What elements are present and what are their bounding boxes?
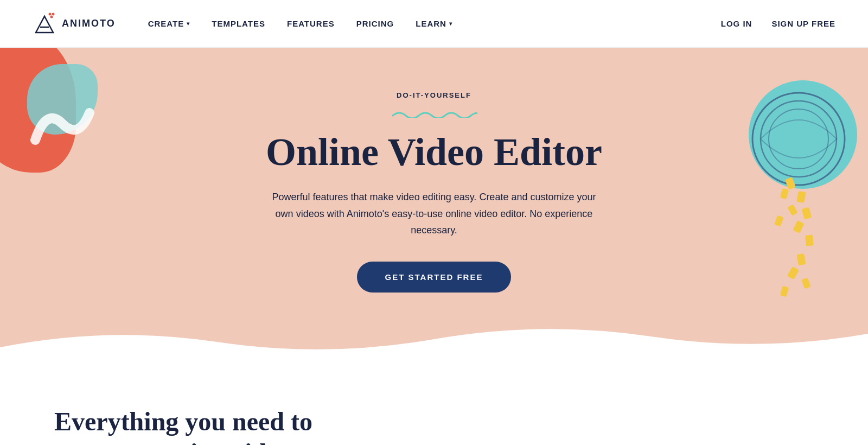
- nav-create[interactable]: CREATE ▾: [148, 19, 190, 28]
- svg-point-6: [761, 101, 837, 177]
- nav-login[interactable]: LOG IN: [721, 19, 752, 28]
- hero-subtitle: Powerful features that make video editin…: [271, 189, 597, 239]
- svg-rect-15: [774, 215, 783, 226]
- nav-right: LOG IN SIGN UP FREE: [721, 19, 835, 28]
- paint-stroke-left: [30, 97, 95, 162]
- nav-signup[interactable]: SIGN UP FREE: [771, 19, 835, 28]
- svg-rect-10: [802, 207, 812, 220]
- get-started-button[interactable]: GET STARTED FREE: [357, 262, 512, 293]
- svg-marker-3: [36, 16, 53, 33]
- logo-wordmark: ANIMOTO: [62, 18, 116, 29]
- svg-rect-16: [796, 253, 806, 265]
- below-hero-section: Everything you need to create stunning v…: [0, 363, 868, 445]
- svg-point-1: [52, 12, 55, 15]
- navigation: ANIMOTO CREATE ▾ TEMPLATES FEATURES PRIC…: [0, 0, 868, 48]
- nav-learn[interactable]: LEARN ▾: [416, 19, 452, 28]
- yellow-dots-decoration: [711, 173, 819, 325]
- logo[interactable]: ANIMOTO: [33, 12, 116, 36]
- svg-point-7: [769, 109, 828, 169]
- svg-point-5: [752, 93, 845, 185]
- svg-point-2: [50, 15, 53, 18]
- svg-rect-14: [787, 204, 797, 216]
- svg-rect-18: [801, 277, 810, 289]
- svg-rect-9: [796, 191, 806, 203]
- nav-features[interactable]: FEATURES: [287, 19, 335, 28]
- learn-chevron-icon: ▾: [449, 21, 452, 27]
- hero-squiggle: [391, 108, 477, 118]
- hero-section: DO-IT-YOURSELF Online Video Editor Power…: [0, 48, 868, 363]
- nav-templates[interactable]: TEMPLATES: [212, 19, 265, 28]
- hero-title: Online Video Editor: [228, 131, 640, 174]
- hero-content: DO-IT-YOURSELF Online Video Editor Power…: [217, 91, 651, 293]
- nav-links: CREATE ▾ TEMPLATES FEATURES PRICING LEAR…: [148, 19, 721, 28]
- animoto-logo-icon: [33, 12, 56, 36]
- svg-rect-12: [805, 234, 814, 246]
- svg-rect-19: [780, 286, 789, 297]
- nav-pricing[interactable]: PRICING: [356, 19, 394, 28]
- svg-rect-17: [787, 266, 799, 279]
- svg-point-0: [49, 12, 52, 15]
- hero-eyebrow: DO-IT-YOURSELF: [228, 91, 640, 99]
- svg-rect-11: [793, 220, 804, 233]
- section-title: Everything you need to create stunning v…: [54, 406, 380, 445]
- svg-rect-8: [785, 177, 796, 190]
- svg-rect-13: [780, 188, 789, 199]
- create-chevron-icon: ▾: [187, 21, 190, 27]
